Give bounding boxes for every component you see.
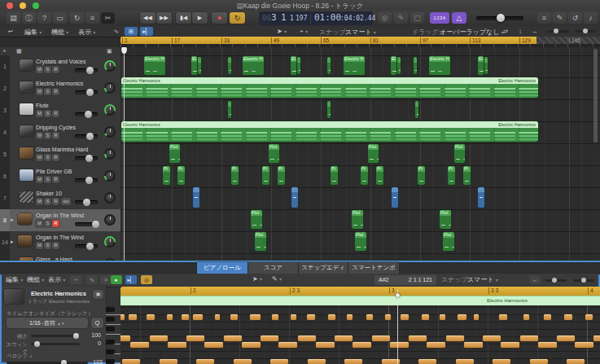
add-track-button[interactable]: + [2, 47, 7, 55]
v-zoom-thumb[interactable] [554, 29, 558, 33]
midi-note[interactable] [182, 314, 189, 320]
solo-button[interactable]: S [44, 198, 51, 205]
piano-roll-ruler[interactable]: 22 333 34 [120, 287, 600, 296]
midi-note[interactable] [120, 335, 130, 341]
midi-note[interactable] [557, 335, 575, 341]
midi-region[interactable]: Pi [163, 166, 170, 185]
audio-region[interactable] [392, 187, 398, 208]
midi-note[interactable] [307, 314, 315, 320]
midi-region[interactable]: Flut [440, 210, 451, 229]
arrange-menu-機能[interactable]: 機能 ▾ [51, 28, 68, 37]
midi-region[interactable]: Pi [418, 166, 425, 185]
mute-button[interactable]: M [36, 66, 43, 73]
black-key[interactable] [106, 359, 115, 364]
midi-note[interactable] [567, 359, 585, 364]
midi-region[interactable]: Flut [368, 144, 379, 163]
catch-playhead-button[interactable]: ▸▏ [140, 27, 153, 36]
midi-note[interactable] [167, 314, 173, 320]
track-header-20[interactable]: 20Glass...a HardMSR [0, 253, 120, 261]
midi-note[interactable] [474, 314, 479, 320]
volume-thumb[interactable] [85, 177, 93, 184]
midi-note[interactable] [224, 335, 242, 341]
pan-knob[interactable] [104, 60, 116, 72]
midi-note[interactable] [230, 314, 238, 320]
midi-note[interactable] [328, 314, 335, 320]
mute-button[interactable]: M [36, 88, 43, 95]
midi-note[interactable] [499, 314, 507, 320]
midi-note[interactable] [193, 314, 203, 320]
midi-note[interactable] [291, 314, 296, 320]
track-header-14[interactable]: 14▸Organ In The WindMSR [0, 231, 120, 254]
midi-note[interactable] [530, 359, 548, 364]
count-in-button[interactable]: 1234 [430, 12, 449, 24]
record-enable-button[interactable]: R [52, 198, 59, 205]
midi-region[interactable]: Pi [262, 166, 269, 185]
black-key[interactable] [106, 349, 115, 354]
volume-thumb[interactable] [92, 221, 99, 228]
horizontal-zoom-button[interactable]: ↔ [529, 275, 541, 284]
midi-region[interactable]: El [478, 56, 484, 75]
midi-note[interactable] [122, 359, 140, 364]
inspector-icon[interactable]: ⓘ [22, 12, 36, 24]
midi-region[interactable]: Pi [463, 166, 471, 185]
apple-loops-icon[interactable]: ↺ [568, 12, 582, 24]
record-enable-button[interactable]: R [52, 66, 59, 73]
piano-keyboard[interactable] [106, 305, 121, 364]
midi-region[interactable] [198, 57, 201, 74]
midi-region[interactable]: Flut [169, 144, 180, 163]
track-header-1[interactable]: 1Crystals and VoicesMSR [0, 55, 120, 78]
piano-roll-menu-機能[interactable]: 機能 ▾ [27, 275, 44, 284]
midi-note[interactable] [440, 314, 445, 320]
record-enable-button[interactable]: R [52, 88, 59, 95]
midi-note[interactable] [372, 335, 390, 341]
audio-region[interactable] [291, 187, 298, 208]
midi-region[interactable] [297, 57, 300, 74]
midi-thru-icon[interactable]: > [100, 275, 112, 284]
pan-knob[interactable] [104, 192, 116, 204]
midi-region[interactable] [415, 101, 418, 118]
midi-note[interactable] [347, 314, 353, 320]
snap-dropdown[interactable]: スマート ▾ [467, 275, 498, 284]
playhead[interactable] [124, 47, 125, 261]
solo-button[interactable]: S [44, 132, 51, 139]
midi-note[interactable] [130, 342, 149, 348]
automation-icon[interactable]: ∿ [86, 275, 98, 284]
arrange-menu-表示[interactable]: 表示 ▾ [78, 28, 95, 37]
lcd-display[interactable]: 0031119701:00:04:02.44▾ [259, 11, 373, 25]
midi-region[interactable] [414, 57, 417, 74]
midi-region[interactable]: Flut [443, 232, 454, 251]
midi-note[interactable] [168, 342, 186, 348]
mute-button[interactable]: M [36, 132, 43, 139]
pan-knob[interactable] [104, 104, 116, 116]
midi-note[interactable] [575, 342, 593, 348]
waveform-zoom-button[interactable]: ⇄ [500, 27, 511, 36]
pan-knob[interactable] [104, 236, 116, 248]
mute-button[interactable]: M [36, 154, 43, 161]
solo-button[interactable]: S [44, 220, 51, 227]
midi-region[interactable]: Electric H [243, 56, 264, 75]
bar-ruler[interactable]: 1173349658197113129145 [120, 37, 600, 47]
track-name[interactable]: Glass Marimba Hard [36, 147, 88, 152]
midi-note[interactable] [446, 335, 464, 341]
midi-note[interactable] [544, 314, 551, 320]
record-enable-button[interactable]: R [52, 154, 59, 161]
tab-スマートテンポ[interactable]: スマートテンポ [348, 262, 399, 274]
midi-note[interactable] [483, 335, 501, 341]
pan-knob[interactable] [104, 214, 116, 226]
arrange-area[interactable]: Electric HElElectric HElElectric HElElec… [120, 47, 600, 261]
toolbar-icon[interactable]: ▭ [53, 12, 67, 24]
automation-button[interactable]: ∿ [111, 27, 122, 36]
piano-roll-menu-編集[interactable]: 編集 ▾ [6, 275, 23, 284]
volume-thumb[interactable] [85, 155, 93, 162]
command-tool-menu[interactable]: + ▾ [300, 28, 308, 35]
midi-note[interactable] [564, 314, 572, 320]
track-name[interactable]: Dripping Cycles [36, 125, 76, 130]
midi-region[interactable]: Flut [251, 210, 262, 229]
arrange-menu-編集[interactable]: 編集 ▾ [24, 28, 42, 37]
midi-note[interactable] [493, 359, 510, 364]
replace-icon[interactable]: ✎ [394, 12, 408, 24]
midi-region[interactable] [484, 57, 488, 74]
midi-region[interactable]: Pi [331, 166, 338, 185]
track-name[interactable]: Organ In The Wind [36, 235, 84, 240]
record-enable-button[interactable]: R [52, 110, 59, 117]
